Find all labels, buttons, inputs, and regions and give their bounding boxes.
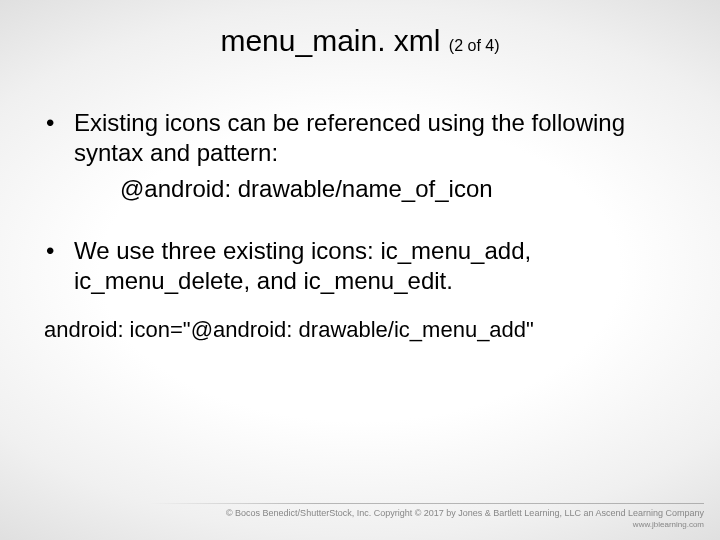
bullet-dot-icon: • xyxy=(38,108,74,138)
bullet-dot-icon: • xyxy=(38,236,74,266)
footer: © Bocos Benedict/ShutterStock, Inc. Copy… xyxy=(226,508,704,530)
bullet-item: • Existing icons can be referenced using… xyxy=(38,108,670,168)
footer-url: www.jblearning.com xyxy=(226,520,704,530)
slide: menu_main. xml (2 of 4) • Existing icons… xyxy=(0,0,720,540)
slide-title: menu_main. xml (2 of 4) xyxy=(0,24,720,58)
spacer xyxy=(38,210,670,236)
bullet-item: • We use three existing icons: ic_menu_a… xyxy=(38,236,670,296)
title-page-indicator: (2 of 4) xyxy=(449,37,500,54)
bullet-subtext: @android: drawable/name_of_icon xyxy=(38,174,670,204)
bullet-text: We use three existing icons: ic_menu_add… xyxy=(74,236,670,296)
bullet-text: Existing icons can be referenced using t… xyxy=(74,108,670,168)
code-example: android: icon="@android: drawable/ic_men… xyxy=(38,316,670,345)
footer-rule xyxy=(150,503,704,504)
title-main: menu_main. xml xyxy=(220,24,448,57)
copyright-text: © Bocos Benedict/ShutterStock, Inc. Copy… xyxy=(226,508,704,520)
slide-body: • Existing icons can be referenced using… xyxy=(38,108,670,345)
